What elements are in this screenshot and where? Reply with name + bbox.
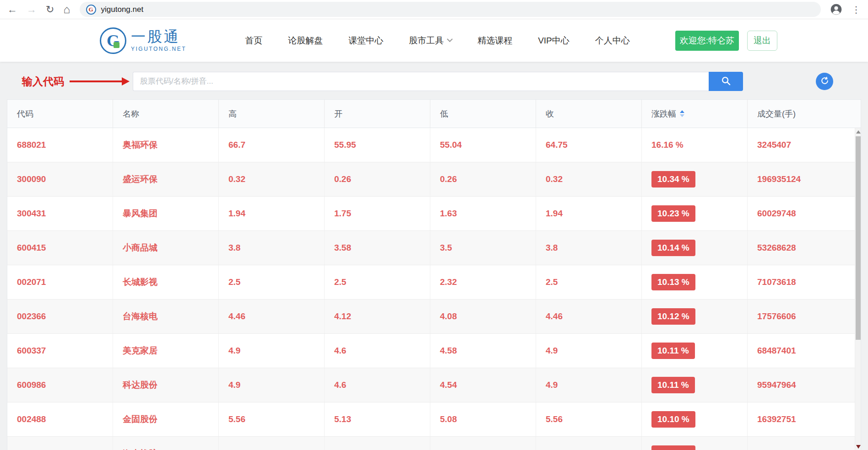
change-badge: 16.16 % [651, 140, 684, 150]
table-row[interactable]: 600337 美克家居 4.9 4.6 4.58 4.9 10.11 % 684… [7, 334, 861, 368]
table-row[interactable]: 300090 盛运环保 0.32 0.26 0.26 0.32 10.34 % … [7, 162, 861, 197]
chevron-down-icon [447, 36, 453, 42]
cell-close: 2.5 [536, 265, 642, 299]
home-icon[interactable]: ⌂ [63, 4, 70, 15]
logo-g-icon: G [100, 27, 126, 54]
cell-name: 暴风集团 [113, 197, 219, 230]
nav-item[interactable]: 首页 [245, 35, 262, 47]
nav-item[interactable]: VIP中心 [538, 35, 570, 47]
table-refresh-button[interactable] [816, 73, 833, 90]
cell-close: 5.56 [536, 402, 642, 436]
cell-close: 3.8 [536, 231, 642, 265]
column-header-label: 收 [546, 108, 554, 119]
nav-item[interactable]: 个人中心 [595, 35, 630, 47]
cell-close: 4.46 [536, 300, 642, 333]
cell-name: 奥福环保 [113, 128, 219, 162]
cell-close: 4.62 [536, 437, 642, 450]
cell-code: 300431 [7, 197, 113, 230]
cell-close: 64.75 [536, 128, 642, 162]
forward-icon[interactable]: → [27, 5, 37, 15]
cell-name: 科达股份 [113, 368, 219, 402]
cell-low: 3.5 [430, 231, 536, 265]
search-icon [721, 75, 731, 87]
cell-volume: 16392751 [748, 402, 861, 436]
table-row[interactable]: 600415 小商品城 3.8 3.58 3.5 3.8 10.14 % 532… [7, 231, 861, 265]
nav-item[interactable]: 课堂中心 [348, 35, 383, 47]
column-header-label: 高 [228, 108, 237, 119]
cell-low: 4.08 [430, 300, 536, 333]
column-header[interactable]: 成交量(手) [748, 100, 861, 128]
browser-chrome: ← → ↻ ⌂ G yigutong.net ⋮ [0, 0, 868, 19]
site-favicon-icon: G [86, 5, 96, 15]
refresh-icon [820, 76, 829, 86]
column-header[interactable]: 开 [325, 100, 430, 128]
table-row[interactable]: 002488 金固股份 5.56 5.13 5.08 5.56 10.10 % … [7, 402, 861, 437]
cell-name: 台海核电 [113, 300, 219, 333]
cell-high: 0.32 [219, 162, 325, 196]
profile-icon[interactable] [830, 3, 842, 16]
cell-volume: 60029748 [748, 197, 861, 230]
column-header[interactable]: 低 [430, 100, 536, 128]
cell-change: 10.23 % [642, 197, 748, 230]
column-header[interactable]: 高 [219, 100, 325, 128]
search-button[interactable] [709, 72, 743, 91]
cell-close: 4.9 [536, 368, 642, 402]
cell-open: 4.6 [325, 368, 430, 402]
change-badge: 10.13 % [651, 274, 695, 290]
column-header[interactable]: 名称 [113, 100, 219, 128]
column-header-label: 代码 [17, 108, 33, 119]
nav-item-label: 股市工具 [409, 35, 444, 47]
cell-change: 10.11 % [642, 334, 748, 368]
cell-low: 4.2 [430, 437, 536, 450]
cell-volume: 53268628 [748, 231, 861, 265]
kebab-menu-icon[interactable]: ⋮ [852, 5, 861, 14]
cell-change: 10.14 % [642, 231, 748, 265]
annotation-arrow-icon [70, 80, 123, 82]
nav-item[interactable]: 论股解盘 [288, 35, 323, 47]
table-row[interactable]: 002071 长城影视 2.5 2.5 2.32 2.5 10.13 % 710… [7, 265, 861, 300]
input-code-annotation: 输入代码 [22, 75, 64, 89]
cell-high: 1.94 [219, 197, 325, 230]
table-row[interactable]: 688021 奥福环保 66.7 55.95 55.04 64.75 16.16… [7, 128, 861, 162]
table-row[interactable]: 002366 台海核电 4.46 4.12 4.08 4.46 10.12 % … [7, 300, 861, 334]
cell-change: 16.16 % [642, 128, 748, 162]
cell-code: 002366 [7, 300, 113, 333]
cell-close: 4.9 [536, 334, 642, 368]
sort-icon[interactable] [680, 110, 684, 117]
nav-item-label: VIP中心 [538, 35, 570, 47]
table-row[interactable]: 601118 海南橡胶 4.62 4.25 4.2 4.62 10.00 % 1… [7, 437, 861, 450]
scrollbar-thumb[interactable] [856, 136, 861, 340]
welcome-user-button[interactable]: 欢迎您:特仑苏 [675, 31, 739, 51]
cell-open: 55.95 [325, 128, 430, 162]
reload-icon[interactable]: ↻ [46, 5, 54, 15]
column-header[interactable]: 代码 [7, 100, 113, 128]
cell-volume: 95947964 [748, 368, 861, 402]
address-bar[interactable]: G yigutong.net [80, 2, 821, 17]
nav-item[interactable]: 股市工具 [409, 35, 452, 47]
logo-subtitle: YIGUTONG.NET [131, 46, 186, 52]
nav-item[interactable]: 精选课程 [477, 35, 512, 47]
table-row[interactable]: 600986 科达股份 4.9 4.6 4.54 4.9 10.11 % 959… [7, 368, 861, 402]
cell-high: 2.5 [219, 265, 325, 299]
cell-high: 66.7 [219, 128, 325, 162]
back-icon[interactable]: ← [7, 5, 17, 15]
cell-volume: 68487401 [748, 334, 861, 368]
change-badge: 10.34 % [651, 171, 695, 188]
stock-search-input[interactable] [133, 72, 709, 91]
table-scrollbar[interactable] [855, 128, 861, 450]
cell-low: 1.63 [430, 197, 536, 230]
cell-code: 002071 [7, 265, 113, 299]
column-header[interactable]: 涨跌幅 [642, 100, 748, 128]
table-row[interactable]: 300431 暴风集团 1.94 1.75 1.63 1.94 10.23 % … [7, 197, 861, 231]
scroll-down-icon[interactable] [856, 445, 861, 449]
site-logo[interactable]: G 一股通 YIGUTONG.NET [100, 27, 186, 54]
logout-button[interactable]: 退出 [747, 31, 777, 51]
cell-name: 金固股份 [113, 402, 219, 436]
cell-open: 4.6 [325, 334, 430, 368]
scroll-up-icon[interactable] [856, 130, 861, 134]
table-header-row: 代码 名称 高 开 低 收 涨跌幅 成交量(手) [7, 100, 861, 128]
cell-volume: 17576606 [748, 300, 861, 333]
stock-table: 代码 名称 高 开 低 收 涨跌幅 成交量(手) 688021 奥福环保 66.… [7, 99, 861, 450]
cell-change: 10.34 % [642, 162, 748, 196]
column-header[interactable]: 收 [536, 100, 642, 128]
